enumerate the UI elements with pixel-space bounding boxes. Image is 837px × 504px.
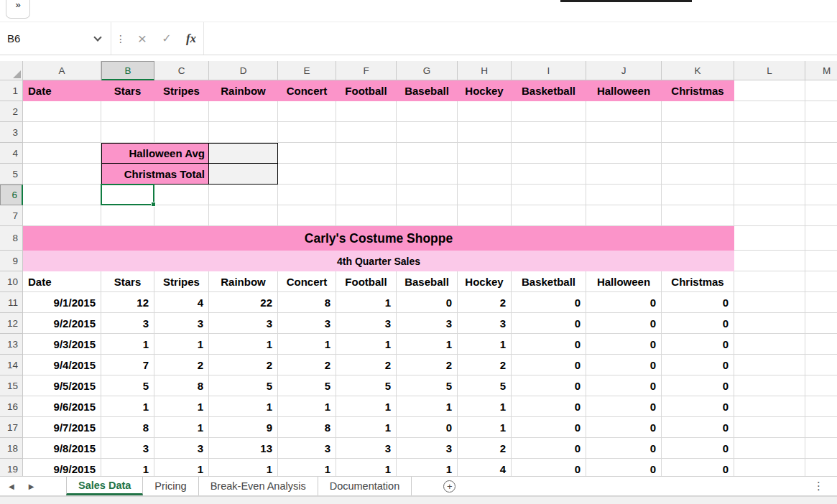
cell-M15[interactable] [805, 375, 837, 396]
cell-H15[interactable]: 5 [458, 375, 512, 396]
add-sheet-button[interactable]: + [443, 477, 456, 495]
cell-D13[interactable]: 1 [209, 334, 278, 355]
cell-H4[interactable] [458, 143, 512, 164]
cell-E3[interactable] [278, 122, 336, 143]
cell-A4[interactable] [23, 143, 101, 164]
cell-G6[interactable] [397, 185, 458, 205]
cell-G14[interactable]: 2 [397, 355, 458, 375]
cell-M9[interactable] [805, 251, 837, 271]
cell-A14[interactable]: 9/4/2015 [23, 355, 101, 375]
row-header-8[interactable]: 8 [0, 226, 23, 251]
cell-H3[interactable] [458, 122, 512, 143]
cell-K17[interactable]: 0 [662, 417, 734, 438]
row-header-6[interactable]: 6 [0, 185, 23, 205]
cancel-button[interactable]: × [130, 22, 154, 55]
cell-A19[interactable]: 9/9/2015 [23, 459, 101, 476]
cell-H7[interactable] [458, 205, 512, 226]
cell-K13[interactable]: 0 [662, 334, 734, 355]
cell-B1[interactable]: Stars [101, 80, 154, 101]
cell-G10[interactable]: Baseball [397, 271, 458, 292]
cell-A11[interactable]: 9/1/2015 [23, 292, 101, 313]
cell-G5[interactable] [397, 164, 458, 185]
cell-J16[interactable]: 0 [586, 396, 662, 417]
column-header-J[interactable]: J [586, 61, 662, 80]
cell-J5[interactable] [586, 164, 662, 185]
cell-G19[interactable]: 1 [397, 459, 458, 476]
cell-F12[interactable]: 3 [336, 313, 397, 334]
cell-H11[interactable]: 2 [458, 292, 512, 313]
cell-C13[interactable]: 1 [154, 334, 209, 355]
cell-L8[interactable] [734, 226, 805, 251]
cell-C16[interactable]: 1 [154, 396, 209, 417]
cell-M1[interactable] [805, 80, 837, 101]
cell-B15[interactable]: 5 [101, 375, 154, 396]
cell-G18[interactable]: 3 [397, 438, 458, 459]
cell-M14[interactable] [805, 355, 837, 375]
cell-D19[interactable]: 1 [209, 459, 278, 476]
cell-C18[interactable]: 3 [154, 438, 209, 459]
sheet-tab-sales-data[interactable]: Sales Data [66, 477, 143, 495]
row-header-5[interactable]: 5 [0, 164, 23, 185]
cell-K11[interactable]: 0 [662, 292, 734, 313]
cell-D15[interactable]: 5 [209, 375, 278, 396]
cell-F15[interactable]: 5 [336, 375, 397, 396]
cell-F11[interactable]: 1 [336, 292, 397, 313]
cell-F3[interactable] [336, 122, 397, 143]
cell-G16[interactable]: 1 [397, 396, 458, 417]
cell-D10[interactable]: Rainbow [209, 271, 278, 292]
cell-F13[interactable]: 1 [336, 334, 397, 355]
cell-H5[interactable] [458, 164, 512, 185]
cell-J1[interactable]: Halloween [586, 80, 662, 101]
cell-E7[interactable] [278, 205, 336, 226]
cell-K3[interactable] [662, 122, 734, 143]
cell-G17[interactable]: 0 [397, 417, 458, 438]
cell-A17[interactable]: 9/7/2015 [23, 417, 101, 438]
row-header-2[interactable]: 2 [0, 101, 23, 122]
cell-L15[interactable] [734, 375, 805, 396]
cell-J18[interactable]: 0 [586, 438, 662, 459]
cell-A7[interactable] [23, 205, 101, 226]
column-header-G[interactable]: G [397, 61, 458, 80]
column-header-I[interactable]: I [512, 61, 586, 80]
cell-F6[interactable] [336, 185, 397, 205]
tab-menu-dots-icon[interactable]: ⋮ [813, 477, 837, 495]
cell-J10[interactable]: Halloween [586, 271, 662, 292]
cell-G1[interactable]: Baseball [397, 80, 458, 101]
cell-M5[interactable] [805, 164, 837, 185]
cell-A12[interactable]: 9/2/2015 [23, 313, 101, 334]
cell-A13[interactable]: 9/3/2015 [23, 334, 101, 355]
cell-K12[interactable]: 0 [662, 313, 734, 334]
row-header-17[interactable]: 17 [0, 417, 23, 438]
cell-I16[interactable]: 0 [512, 396, 586, 417]
cell-F10[interactable]: Football [336, 271, 397, 292]
cell-H19[interactable]: 4 [458, 459, 512, 476]
cell-H17[interactable]: 1 [458, 417, 512, 438]
column-header-D[interactable]: D [209, 61, 278, 80]
cell-C11[interactable]: 4 [154, 292, 209, 313]
sheet-tab-pricing[interactable]: Pricing [143, 477, 198, 495]
cell-J15[interactable]: 0 [586, 375, 662, 396]
cell-E1[interactable]: Concert [278, 80, 336, 101]
cell-F1[interactable]: Football [336, 80, 397, 101]
cell-L12[interactable] [734, 313, 805, 334]
cell-E19[interactable]: 1 [278, 459, 336, 476]
cell-K15[interactable]: 0 [662, 375, 734, 396]
cell-A1[interactable]: Date [23, 80, 101, 101]
cell-F17[interactable]: 1 [336, 417, 397, 438]
cell-L16[interactable] [734, 396, 805, 417]
cell-A2[interactable] [23, 101, 101, 122]
cell-H14[interactable]: 2 [458, 355, 512, 375]
insert-function-button[interactable]: fx [179, 22, 203, 55]
cell-K1[interactable]: Christmas [662, 80, 734, 101]
summary-value-halloween-avg[interactable] [209, 143, 278, 164]
cell-D12[interactable]: 3 [209, 313, 278, 334]
cell-M10[interactable] [805, 271, 837, 292]
cell-A15[interactable]: 9/5/2015 [23, 375, 101, 396]
cell-B19[interactable]: 1 [101, 459, 154, 476]
cell-F19[interactable]: 1 [336, 459, 397, 476]
cell-B12[interactable]: 3 [101, 313, 154, 334]
row-header-10[interactable]: 10 [0, 271, 23, 292]
column-header-A[interactable]: A [23, 61, 101, 80]
cell-D16[interactable]: 1 [209, 396, 278, 417]
cell-H16[interactable]: 1 [458, 396, 512, 417]
